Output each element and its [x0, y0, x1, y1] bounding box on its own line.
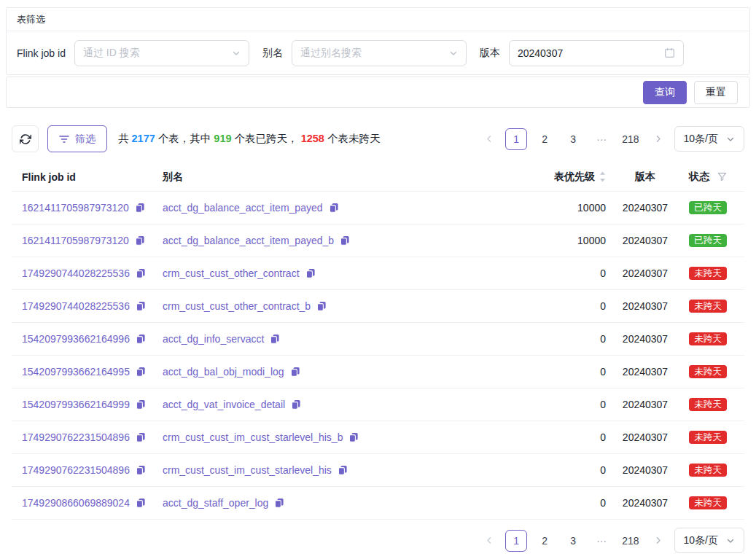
status-badge: 未跨天 [689, 464, 727, 477]
pagination-page-3[interactable]: 3 [562, 530, 584, 552]
sorter-icon[interactable] [599, 171, 606, 182]
flink-job-id-link[interactable]: 1749290866069889024 [22, 497, 130, 509]
status-cell: 未跨天 [677, 431, 739, 445]
copy-icon[interactable] [136, 399, 146, 410]
priority-cell: 0 [531, 267, 613, 279]
flink-job-id-link[interactable]: 1749290762231504896 [22, 464, 130, 476]
flink-job-id-cell: 1749290744028225536 [22, 300, 163, 312]
copy-icon[interactable] [348, 432, 359, 442]
pagination-next-button[interactable] [649, 129, 668, 149]
copy-icon[interactable] [270, 334, 280, 344]
table-row: 1542097993662164995 acct_dg_bal_obj_modi… [12, 356, 744, 388]
priority-cell: 0 [531, 431, 613, 443]
table-summary: 共 2177 个表，其中 919 个表已跨天， 1258 个表未跨天 [118, 132, 380, 146]
version-cell: 20240307 [613, 267, 677, 279]
pagination-page-2[interactable]: 2 [534, 128, 556, 150]
summary-text: 共 [118, 133, 132, 144]
flink-job-id-link[interactable]: 1621411705987973120 [22, 202, 129, 214]
alias-link[interactable]: acct_dg_info_servacct [163, 333, 264, 345]
copy-icon[interactable] [136, 268, 146, 278]
flink-job-id-cell: 1749290744028225536 [22, 267, 163, 279]
table-row: 1542097993662164999 acct_dg_vat_invoice_… [12, 388, 744, 421]
copy-icon[interactable] [136, 301, 146, 311]
status-badge: 已跨天 [689, 234, 727, 248]
copy-icon[interactable] [316, 301, 327, 311]
flink-job-id-cell: 1542097993662164999 [22, 399, 163, 410]
status-badge: 未跨天 [689, 365, 727, 379]
copy-icon[interactable] [135, 203, 145, 213]
status-cell: 未跨天 [677, 365, 739, 379]
copy-icon[interactable] [305, 268, 316, 278]
alias-link[interactable]: crm_cust_cust_im_cust_starlevel_his [163, 464, 332, 476]
copy-icon[interactable] [136, 465, 146, 475]
search-button[interactable]: 查询 [643, 81, 687, 104]
refresh-button[interactable] [12, 125, 39, 152]
filter-button[interactable]: 筛选 [47, 125, 107, 152]
pagination-prev-button[interactable] [480, 531, 499, 551]
alias-link[interactable]: crm_cust_cust_other_contract_b [163, 300, 311, 312]
reset-button[interactable]: 重置 [694, 81, 738, 104]
copy-icon[interactable] [136, 498, 146, 508]
flink-job-id-link[interactable]: 1749290744028225536 [22, 267, 130, 279]
priority-cell: 0 [531, 497, 613, 509]
alias-link[interactable]: crm_cust_cust_im_cust_starlevel_his_b [163, 431, 343, 443]
flink-job-id-link[interactable]: 1542097993662164999 [22, 399, 130, 410]
flink-job-id-link[interactable]: 1542097993662164995 [22, 366, 130, 378]
copy-icon[interactable] [340, 235, 350, 246]
pagination-page-218[interactable]: 218 [619, 530, 642, 552]
alias-cell: acct_dg_balance_acct_item_payed [163, 202, 531, 214]
copy-icon[interactable] [135, 235, 145, 246]
page-size-select[interactable]: 10条/页 [674, 126, 744, 152]
version-cell: 20240307 [613, 300, 677, 312]
flink-job-id-link[interactable]: 1542097993662164996 [22, 333, 130, 345]
copy-icon[interactable] [290, 367, 300, 377]
alias-cell: acct_dg_bal_obj_modi_log [163, 366, 531, 378]
alias-select[interactable]: 通过别名搜索 [292, 40, 467, 66]
column-header-priority[interactable]: 表优先级 [531, 171, 613, 184]
copy-icon[interactable] [136, 367, 146, 377]
alias-link[interactable]: acct_dg_balance_acct_item_payed [163, 202, 323, 214]
flink-job-id-link[interactable]: 1749290744028225536 [22, 300, 130, 312]
flink-job-id-link[interactable]: 1621411705987973120 [22, 235, 129, 246]
pagination-page-1[interactable]: 1 [505, 128, 527, 150]
pagination-page-2[interactable]: 2 [534, 530, 556, 552]
pagination-page-3[interactable]: 3 [562, 128, 584, 150]
pagination-prev-button[interactable] [480, 129, 499, 149]
copy-icon[interactable] [329, 203, 339, 213]
alias-cell: acct_dg_vat_invoice_detail [163, 399, 531, 410]
flink-job-id-link[interactable]: 1749290762231504896 [22, 431, 130, 443]
pagination-page-218[interactable]: 218 [619, 128, 642, 150]
summary-text: 个表未跨天 [324, 133, 381, 144]
alias-link[interactable]: acct_dg_vat_invoice_detail [163, 399, 285, 410]
copy-icon[interactable] [291, 399, 301, 410]
alias-link[interactable]: crm_cust_cust_other_contract [163, 267, 300, 279]
column-header-status: 状态 [677, 171, 739, 184]
status-cell: 未跨天 [677, 464, 739, 477]
page-size-value: 10条/页 [684, 534, 718, 547]
status-cell: 未跨天 [677, 398, 739, 412]
flink-job-id-cell: 1749290762231504896 [22, 464, 163, 476]
copy-icon[interactable] [338, 465, 348, 475]
copy-icon[interactable] [136, 334, 146, 344]
column-header-version: 版本 [613, 171, 677, 184]
filter-actions-card: 查询 重置 [6, 77, 750, 108]
filter-funnel-icon[interactable] [717, 172, 727, 181]
alias-cell: acct_dg_balance_acct_item_payed_b [163, 235, 531, 246]
alias-link[interactable]: acct_dg_bal_obj_modi_log [163, 366, 284, 378]
filter-card: 表筛选 Flink job id 通过 ID 搜索 别名 通过别名搜索 版本 2… [6, 7, 750, 75]
status-header-label: 状态 [689, 171, 709, 184]
copy-icon[interactable] [136, 432, 146, 442]
refresh-icon [20, 133, 31, 145]
toolbar: 筛选 共 2177 个表，其中 919 个表已跨天， 1258 个表未跨天 12… [12, 125, 744, 152]
pagination-next-button[interactable] [649, 531, 668, 551]
flink-job-id-select[interactable]: 通过 ID 搜索 [74, 40, 249, 66]
version-date-input[interactable]: 20240307 [509, 40, 684, 66]
alias-link[interactable]: acct_dg_balance_acct_item_payed_b [163, 235, 334, 246]
flink-job-id-cell: 1749290762231504896 [22, 431, 163, 443]
pagination-page-1[interactable]: 1 [505, 530, 527, 552]
copy-icon[interactable] [274, 498, 284, 508]
alias-link[interactable]: acct_dg_staff_oper_log [163, 497, 268, 509]
flink-job-id-cell: 1621411705987973120 [22, 235, 163, 246]
page-size-select[interactable]: 10条/页 [674, 528, 744, 553]
alias-placeholder: 通过别名搜索 [300, 47, 362, 60]
